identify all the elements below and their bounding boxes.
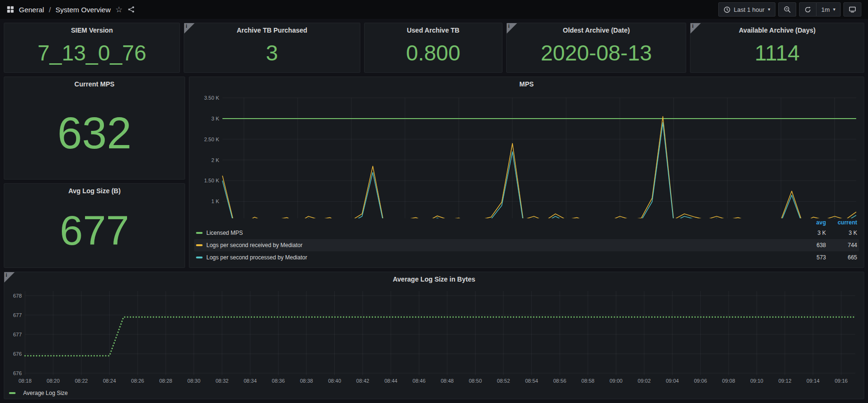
stat-value: 3 [184,37,359,72]
top-navbar: General / System Overview ☆ Last 1 hour … [0,0,868,19]
svg-text:677: 677 [13,332,22,337]
legend-row[interactable]: Licensed MPS3 K3 K [194,227,859,239]
tv-mode-button[interactable] [843,2,861,17]
svg-text:08:54: 08:54 [525,378,538,384]
breadcrumb-folder[interactable]: General [19,6,44,14]
svg-text:08:22: 08:22 [75,378,88,384]
svg-text:09:00: 09:00 [610,378,623,384]
series-label: Average Log Size [23,390,68,396]
svg-text:09:06: 09:06 [694,378,707,384]
svg-text:09:08: 09:08 [722,378,735,384]
svg-text:09:12: 09:12 [778,378,791,384]
svg-text:09:10: 09:10 [750,378,764,384]
series-label: Logs per second received by Mediator [206,242,795,249]
refresh-button[interactable] [799,2,817,17]
chevron-down-icon: ▾ [833,7,835,12]
stat-value: 632 [4,91,185,179]
series-label: Logs per second processed by Mediator [206,254,795,261]
svg-text:3 K: 3 K [211,116,219,121]
svg-text:08:26: 08:26 [131,378,145,384]
time-range-label: Last 1 hour [734,6,765,13]
svg-text:08:48: 08:48 [441,378,454,384]
panel-title[interactable]: SIEM Version [4,23,179,37]
svg-text:08:46: 08:46 [413,378,426,384]
mps-chart-plot[interactable]: 05001 K1.50 K2 K2.50 K3 K3.50 K08:2008:2… [189,91,864,218]
panel-title[interactable]: Current MPS [4,77,185,91]
panel-avg-log-size-chart: i Average Log Size in Bytes 678677677676… [4,272,864,399]
legend-header: avg current [194,218,859,227]
stat-value: 0.800 [365,37,502,72]
panel-title[interactable]: Used Archive TB [365,23,502,37]
clock-icon [723,6,731,13]
series-current-value: 744 [826,242,857,249]
share-icon[interactable] [128,6,135,13]
series-avg-value: 573 [795,254,826,261]
svg-text:08:58: 08:58 [581,378,595,384]
svg-text:1.50 K: 1.50 K [204,178,219,183]
stat-value: 7_13_0_76 [4,37,179,72]
legend-col-current: current [826,219,857,226]
svg-text:08:28: 08:28 [159,378,172,384]
panel-info-icon[interactable]: i [507,23,517,34]
stat-value: 1114 [690,37,864,72]
panel-archive-tb-purchased: i Archive TB Purchased 3 [184,23,360,73]
panel-title[interactable]: Oldest Archive (Date) [507,23,686,37]
star-icon[interactable]: ☆ [115,6,122,14]
svg-text:676: 676 [13,370,22,376]
panel-used-archive-tb: Used Archive TB 0.800 [364,23,502,73]
series-current-value: 665 [826,254,857,261]
legend-row[interactable]: Logs per second received by Mediator6387… [194,239,859,251]
zoom-out-icon [783,6,791,13]
chevron-down-icon: ▾ [768,7,770,12]
time-range-picker[interactable]: Last 1 hour ▾ [718,2,775,17]
svg-text:08:36: 08:36 [272,378,285,384]
svg-text:2.50 K: 2.50 K [204,137,219,142]
avg-log-legend[interactable]: Average Log Size [4,387,864,399]
panel-title[interactable]: Avg Log Size (B) [4,184,185,198]
series-color-swatch [196,232,203,234]
svg-text:3.50 K: 3.50 K [204,95,219,101]
svg-text:08:32: 08:32 [215,378,229,384]
panel-title[interactable]: Available Archive (Days) [690,23,864,37]
breadcrumb-dashboard-title[interactable]: System Overview [56,6,111,14]
panel-oldest-archive: i Oldest Archive (Date) 2020-08-13 [506,23,686,73]
refresh-icon [804,6,811,13]
svg-text:1 K: 1 K [211,198,219,204]
mps-legend-rows: Licensed MPS3 K3 KLogs per second receiv… [194,227,859,264]
svg-text:08:18: 08:18 [18,378,32,384]
svg-text:08:30: 08:30 [187,378,201,384]
panel-info-icon[interactable]: i [4,272,15,283]
svg-text:08:50: 08:50 [469,378,482,384]
series-color-swatch [196,244,203,246]
avg-log-chart-plot[interactable]: 67867767767667608:1808:2008:2208:2408:26… [4,286,864,387]
series-current-value: 3 K [826,230,857,236]
panel-avg-log-size: Avg Log Size (B) 677 [4,183,185,268]
legend-col-avg: avg [795,219,826,226]
refresh-interval-dropdown[interactable]: 1m ▾ [817,2,841,17]
breadcrumb-separator: / [49,6,51,14]
svg-text:09:04: 09:04 [666,378,679,384]
dashboards-grid-icon[interactable] [7,6,14,13]
panel-info-icon[interactable]: i [184,23,195,34]
svg-text:08:34: 08:34 [244,378,257,384]
monitor-icon [849,6,856,13]
svg-text:09:16: 09:16 [834,378,848,384]
panel-title[interactable]: MPS [189,77,864,91]
svg-text:08:52: 08:52 [497,378,510,384]
refresh-interval-label: 1m [821,6,830,13]
svg-text:677: 677 [13,312,22,318]
panel-info-icon[interactable]: i [690,23,701,34]
svg-text:2 K: 2 K [211,157,219,163]
svg-text:08:44: 08:44 [384,378,398,384]
panel-title[interactable]: Archive TB Purchased [184,23,359,37]
mps-legend: avg current Licensed MPS3 K3 KLogs per s… [189,218,864,267]
stat-value: 2020-08-13 [507,37,686,72]
svg-text:09:14: 09:14 [807,378,820,384]
panel-current-mps: Current MPS 632 [4,77,185,180]
legend-row[interactable]: Logs per second processed by Mediator573… [194,251,859,264]
dashboard-canvas: SIEM Version 7_13_0_76 i Archive TB Purc… [0,19,868,403]
svg-text:676: 676 [13,351,22,357]
panel-title[interactable]: Average Log Size in Bytes [4,272,864,286]
series-avg-value: 638 [795,242,826,249]
zoom-out-button[interactable] [778,2,796,17]
